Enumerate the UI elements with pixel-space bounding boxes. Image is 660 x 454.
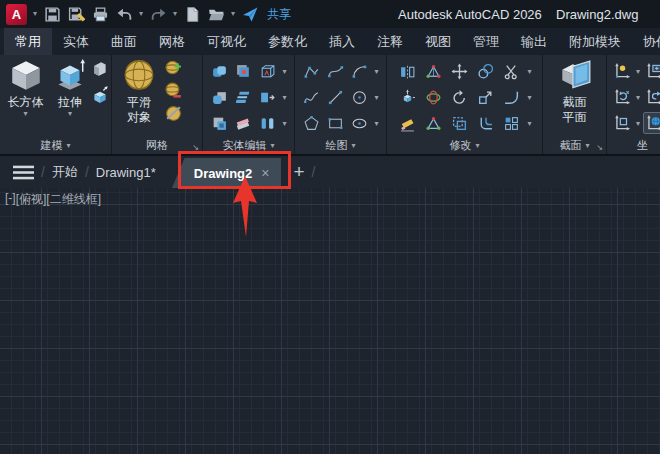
ribbon-tab-collaborate[interactable]: 协作: [632, 28, 660, 55]
plot-button[interactable]: [91, 5, 109, 23]
move-button[interactable]: [448, 60, 470, 82]
redo-button[interactable]: [149, 5, 167, 23]
ucs-world-button[interactable]: [643, 112, 660, 134]
fillet-edge-button[interactable]: [208, 86, 230, 108]
ucs-named-button[interactable]: [643, 60, 660, 82]
ucs-caret-icon[interactable]: ▾: [636, 93, 640, 102]
presspull-button[interactable]: [91, 86, 109, 104]
panel-label-section[interactable]: 截面 ▾ ↘: [543, 137, 606, 154]
rectangle-button[interactable]: [324, 112, 346, 134]
share-label[interactable]: 共享: [267, 6, 291, 23]
separate-button[interactable]: [256, 112, 278, 134]
solidedit-caret-icon[interactable]: ▾: [282, 67, 286, 76]
draw-caret-icon[interactable]: ▾: [374, 93, 378, 102]
section-expander-icon[interactable]: ↘: [596, 143, 603, 152]
smooth-object-button[interactable]: 平滑 对象: [114, 58, 164, 137]
modify-caret-icon[interactable]: ▾: [527, 67, 531, 76]
logo-caret-icon[interactable]: ▾: [33, 10, 37, 18]
refine-mesh-button[interactable]: [164, 104, 183, 123]
panel-label-coordinates[interactable]: 坐: [607, 137, 660, 154]
ribbon-tab-home[interactable]: 常用: [4, 28, 52, 55]
ribbon-tab-annotate[interactable]: 注释: [366, 28, 414, 55]
array-button[interactable]: [500, 112, 522, 134]
ribbon-tab-output[interactable]: 输出: [510, 28, 558, 55]
new-file-button[interactable]: [183, 5, 201, 23]
rotate-3d-button[interactable]: [422, 86, 444, 108]
ribbon-tab-solid[interactable]: 实体: [52, 28, 100, 55]
smooth-less-button[interactable]: [164, 81, 183, 100]
union-button[interactable]: [208, 60, 230, 82]
panel-label-draw[interactable]: 绘图 ▾: [295, 137, 386, 154]
erase-button[interactable]: [396, 112, 418, 134]
fillet-button[interactable]: [500, 86, 522, 108]
ribbon-tab-surface[interactable]: 曲面: [100, 28, 148, 55]
slice-button[interactable]: [232, 86, 254, 108]
modify-caret-icon[interactable]: ▾: [527, 119, 531, 128]
panel-label-modify[interactable]: 修改 ▾: [387, 137, 542, 154]
file-tabs-menu-button[interactable]: [13, 165, 34, 180]
copy-button[interactable]: [474, 60, 496, 82]
viewport-control-view[interactable]: [俯视]: [16, 191, 47, 208]
ribbon-tab-insert[interactable]: 插入: [318, 28, 366, 55]
polysolid-button[interactable]: [91, 60, 109, 78]
smooth-more-button[interactable]: [164, 58, 183, 77]
ellipse-button[interactable]: [348, 112, 370, 134]
circle-button[interactable]: [348, 86, 370, 108]
open-folder-button[interactable]: [207, 5, 225, 23]
ribbon-tab-manage[interactable]: 管理: [462, 28, 510, 55]
ucs-z-button[interactable]: [611, 86, 633, 108]
mirror-button[interactable]: [396, 60, 418, 82]
draw-caret-icon[interactable]: ▾: [374, 67, 378, 76]
ucs-previous-button[interactable]: [643, 86, 660, 108]
ucs-object-button[interactable]: [611, 112, 633, 134]
ribbon-tab-mesh[interactable]: 网格: [148, 28, 196, 55]
modify-caret-icon[interactable]: ▾: [527, 93, 531, 102]
redo-caret-icon[interactable]: ▾: [173, 10, 177, 18]
ucs-caret-icon[interactable]: ▾: [636, 119, 640, 128]
chamfer-edge-button[interactable]: [208, 112, 230, 134]
save-button[interactable]: [43, 5, 61, 23]
qat-caret-icon[interactable]: ▾: [231, 10, 235, 18]
subtract-button[interactable]: [232, 60, 254, 82]
solidedit-caret-icon[interactable]: ▾: [282, 93, 286, 102]
box-button[interactable]: 长方体 ▾: [2, 58, 49, 137]
drawing-canvas[interactable]: [-] [俯视] [二维线框]: [0, 188, 660, 454]
ribbon-tab-view[interactable]: 视图: [414, 28, 462, 55]
panel-label-modeling[interactable]: 建模 ▾: [0, 137, 111, 154]
move-3d-button[interactable]: [396, 86, 418, 108]
undo-button[interactable]: [115, 5, 133, 23]
align-3d-button[interactable]: [422, 60, 444, 82]
polygon-button[interactable]: [300, 112, 322, 134]
undo-caret-icon[interactable]: ▾: [139, 10, 143, 18]
extrude-faces-button[interactable]: [256, 86, 278, 108]
draw-caret-icon[interactable]: ▾: [374, 119, 378, 128]
imprint-button[interactable]: [256, 60, 278, 82]
trim-button[interactable]: [500, 60, 522, 82]
share-button[interactable]: [241, 5, 259, 23]
spline-fit-button[interactable]: [300, 86, 322, 108]
ribbon-tab-visualize[interactable]: 可视化: [196, 28, 257, 55]
ucs-button[interactable]: [611, 60, 633, 82]
offset-button[interactable]: [474, 112, 496, 134]
extrude-button[interactable]: 拉伸 ▾: [49, 58, 91, 137]
scale-button[interactable]: [474, 86, 496, 108]
clean-button[interactable]: [232, 112, 254, 134]
viewport-control-minimize[interactable]: [-]: [5, 191, 16, 208]
solidedit-caret-icon[interactable]: ▾: [282, 119, 286, 128]
autocad-logo-icon[interactable]: A: [6, 4, 27, 25]
polyline-button[interactable]: [300, 60, 322, 82]
new-tab-icon[interactable]: +: [293, 161, 304, 183]
rotate-button[interactable]: [448, 86, 470, 108]
stretch-button[interactable]: [448, 112, 470, 134]
arc-button[interactable]: [348, 60, 370, 82]
section-plane-button[interactable]: 截面 平面: [546, 58, 604, 137]
align-button[interactable]: [422, 112, 444, 134]
ribbon-tab-parametric[interactable]: 参数化: [257, 28, 318, 55]
ucs-caret-icon[interactable]: ▾: [636, 67, 640, 76]
file-tab-drawing1[interactable]: Drawing1*: [96, 165, 156, 180]
save-as-button[interactable]: [67, 5, 85, 23]
ribbon-tab-addins[interactable]: 附加模块: [558, 28, 632, 55]
spline-cv-button[interactable]: [324, 60, 346, 82]
line-button[interactable]: [324, 86, 346, 108]
file-tab-start[interactable]: 开始: [52, 163, 78, 181]
